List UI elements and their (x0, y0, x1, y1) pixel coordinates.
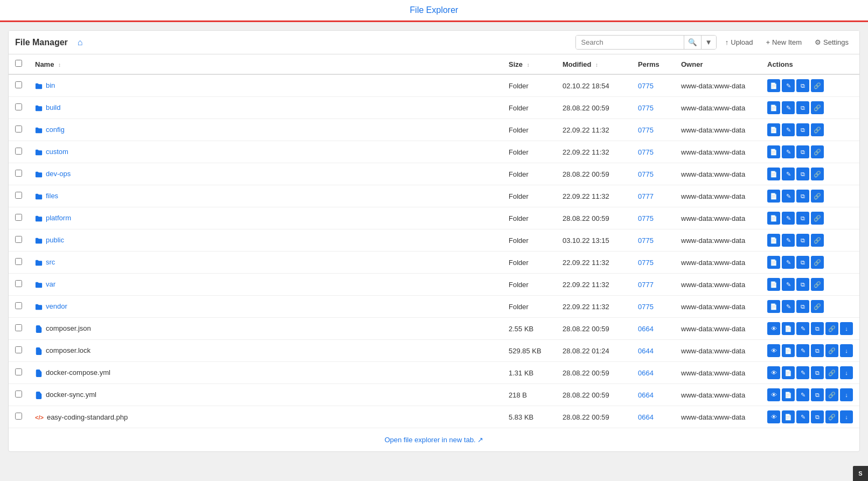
action-edit-button[interactable]: ✎ (796, 410, 809, 423)
action-copy-button[interactable]: ⧉ (796, 190, 809, 203)
perms-link[interactable]: 0775 (638, 104, 654, 112)
row-checkbox[interactable] (15, 126, 22, 133)
file-name[interactable]: build (46, 103, 60, 111)
row-checkbox[interactable] (15, 214, 22, 221)
action-link-button[interactable]: 🔗 (825, 322, 838, 335)
action-download-button[interactable]: ↓ (840, 366, 853, 379)
row-checkbox[interactable] (15, 280, 22, 287)
row-checkbox[interactable] (15, 324, 22, 331)
action-link-button[interactable]: 🔗 (811, 300, 824, 313)
row-checkbox[interactable] (15, 81, 22, 88)
perms-link[interactable]: 0777 (638, 192, 654, 200)
row-perms-cell[interactable]: 0644 (631, 340, 675, 362)
action-download-button[interactable]: ↓ (840, 344, 853, 357)
action-copy-button[interactable]: ⧉ (796, 168, 809, 180)
select-all-checkbox[interactable] (15, 60, 22, 67)
row-checkbox[interactable] (15, 346, 22, 353)
action-info-button[interactable]: 📄 (782, 344, 795, 357)
row-perms-cell[interactable]: 0777 (631, 274, 675, 296)
action-info-button[interactable]: 📄 (767, 300, 780, 313)
action-link-button[interactable]: 🔗 (811, 145, 824, 158)
row-checkbox[interactable] (15, 192, 22, 199)
search-input[interactable] (576, 36, 684, 49)
action-copy-button[interactable]: ⧉ (811, 366, 824, 379)
action-download-button[interactable]: ↓ (840, 388, 853, 401)
row-checkbox[interactable] (15, 413, 22, 420)
perms-link[interactable]: 0644 (638, 347, 654, 355)
action-copy-button[interactable]: ⧉ (811, 410, 824, 423)
action-download-button[interactable]: ↓ (840, 322, 853, 335)
action-view-button[interactable]: 👁 (767, 344, 780, 357)
home-button[interactable]: ⌂ (75, 37, 85, 48)
action-edit-button[interactable]: ✎ (782, 168, 795, 180)
action-copy-button[interactable]: ⧉ (796, 278, 809, 291)
file-name[interactable]: public (46, 236, 64, 244)
action-info-button[interactable]: 📄 (767, 190, 780, 203)
action-copy-button[interactable]: ⧉ (796, 234, 809, 247)
row-perms-cell[interactable]: 0664 (631, 362, 675, 384)
row-checkbox[interactable] (15, 368, 22, 375)
row-perms-cell[interactable]: 0664 (631, 318, 675, 340)
row-perms-cell[interactable]: 0664 (631, 384, 675, 406)
search-dropdown-button[interactable]: ▼ (701, 36, 716, 49)
row-perms-cell[interactable]: 0775 (631, 296, 675, 318)
action-edit-button[interactable]: ✎ (782, 234, 795, 247)
row-checkbox[interactable] (15, 148, 22, 155)
row-checkbox[interactable] (15, 103, 22, 110)
action-edit-button[interactable]: ✎ (782, 212, 795, 225)
action-info-button[interactable]: 📄 (767, 212, 780, 225)
row-perms-cell[interactable]: 0775 (631, 141, 675, 163)
action-link-button[interactable]: 🔗 (811, 123, 824, 136)
perms-link[interactable]: 0775 (638, 259, 654, 267)
file-name[interactable]: dev-ops (46, 170, 71, 178)
row-perms-cell[interactable]: 0775 (631, 163, 675, 185)
action-info-button[interactable]: 📄 (767, 101, 780, 114)
action-edit-button[interactable]: ✎ (782, 256, 795, 269)
action-download-button[interactable]: ↓ (840, 410, 853, 423)
row-perms-cell[interactable]: 0775 (631, 74, 675, 97)
action-edit-button[interactable]: ✎ (796, 322, 809, 335)
action-link-button[interactable]: 🔗 (811, 101, 824, 114)
action-info-button[interactable]: 📄 (767, 168, 780, 180)
action-copy-button[interactable]: ⧉ (796, 300, 809, 313)
action-link-button[interactable]: 🔗 (811, 79, 824, 92)
action-info-button[interactable]: 📄 (767, 123, 780, 136)
action-info-button[interactable]: 📄 (767, 234, 780, 247)
row-perms-cell[interactable]: 0664 (631, 406, 675, 428)
action-copy-button[interactable]: ⧉ (796, 101, 809, 114)
action-edit-button[interactable]: ✎ (782, 278, 795, 291)
file-name[interactable]: platform (46, 214, 71, 222)
action-info-button[interactable]: 📄 (782, 388, 795, 401)
row-checkbox[interactable] (15, 236, 22, 243)
action-view-button[interactable]: 👁 (767, 322, 780, 335)
perms-link[interactable]: 0775 (638, 82, 654, 90)
action-view-button[interactable]: 👁 (767, 410, 780, 423)
open-new-tab-link[interactable]: Open file explorer in new tab. ↗ (385, 436, 484, 444)
action-copy-button[interactable]: ⧉ (811, 322, 824, 335)
perms-link[interactable]: 0775 (638, 303, 654, 311)
new-item-button[interactable]: + New Item (762, 36, 807, 49)
action-link-button[interactable]: 🔗 (811, 212, 824, 225)
action-copy-button[interactable]: ⧉ (811, 388, 824, 401)
file-name[interactable]: config (46, 126, 65, 134)
upload-button[interactable]: ↑ Upload (721, 36, 758, 49)
file-name[interactable]: bin (46, 81, 55, 89)
search-submit-button[interactable]: 🔍 (684, 36, 701, 49)
file-name[interactable]: custom (46, 148, 68, 156)
perms-link[interactable]: 0775 (638, 148, 654, 156)
action-edit-button[interactable]: ✎ (782, 190, 795, 203)
action-info-button[interactable]: 📄 (767, 145, 780, 158)
action-edit-button[interactable]: ✎ (796, 366, 809, 379)
row-perms-cell[interactable]: 0775 (631, 252, 675, 274)
perms-link[interactable]: 0775 (638, 126, 654, 134)
row-checkbox[interactable] (15, 170, 22, 177)
action-link-button[interactable]: 🔗 (825, 388, 838, 401)
perms-link[interactable]: 0664 (638, 391, 654, 399)
action-info-button[interactable]: 📄 (767, 79, 780, 92)
action-edit-button[interactable]: ✎ (782, 145, 795, 158)
action-edit-button[interactable]: ✎ (782, 79, 795, 92)
row-perms-cell[interactable]: 0775 (631, 207, 675, 229)
row-checkbox[interactable] (15, 258, 22, 265)
row-checkbox[interactable] (15, 302, 22, 309)
settings-button[interactable]: ⚙ Settings (810, 36, 853, 49)
